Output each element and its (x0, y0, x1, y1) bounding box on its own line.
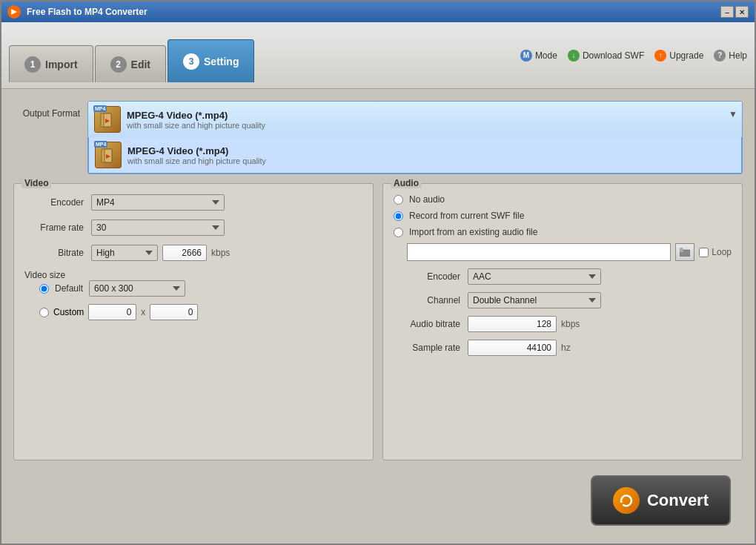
mp4-icon: MP4 (94, 106, 121, 133)
output-format-label: Output Format (13, 101, 80, 119)
format-title: MPEG-4 Video (*.mp4) (127, 110, 265, 121)
default-radio-row: Default 320 x 240 480 x 360 600 x 300 72… (39, 280, 362, 297)
tab-import[interactable]: 1 Import (9, 45, 93, 82)
default-radio[interactable] (39, 284, 49, 294)
audio-channel-label: Channel (394, 295, 460, 305)
download-icon: ↓ (568, 50, 580, 62)
tab-setting-label: Setting (204, 56, 239, 67)
panels-row: Video Encoder MP4 H.264 AVI Frame rate 1… (13, 183, 743, 460)
audio-panel: Audio No audio Record from current SWF f… (382, 183, 743, 460)
no-audio-radio[interactable] (394, 195, 403, 205)
upgrade-label: Upgrade (669, 50, 703, 61)
convert-button[interactable]: Convert (591, 475, 731, 526)
frame-rate-label: Frame rate (24, 222, 84, 233)
upgrade-icon: ↑ (654, 50, 666, 62)
upgrade-button[interactable]: ↑ Upgrade (654, 50, 703, 62)
format-dropdown-item[interactable]: MP4 MPEG-4 Video (*.mp4) with small size… (89, 137, 741, 173)
sample-rate-input[interactable] (468, 340, 557, 356)
custom-radio-label: Custom (53, 307, 84, 317)
custom-height-input[interactable] (150, 304, 198, 320)
title-bar-controls: – ✕ (720, 6, 749, 18)
sample-rate-unit: hz (561, 343, 571, 353)
video-panel: Video Encoder MP4 H.264 AVI Frame rate 1… (13, 183, 374, 460)
format-desc: with small size and high picture quality (127, 121, 265, 130)
sample-rate-controls: hz (468, 340, 571, 356)
audio-bitrate-input[interactable] (468, 316, 557, 332)
sample-rate-row: Sample rate hz (394, 340, 732, 356)
mp4-badge: MP4 (93, 105, 107, 112)
browse-button[interactable] (675, 243, 694, 261)
loop-label: Loop (712, 247, 732, 257)
tab-edit-label: Edit (131, 59, 150, 70)
import-audio-radio[interactable] (394, 228, 403, 237)
mode-label: Mode (535, 50, 557, 61)
help-button[interactable]: ? Help (714, 50, 747, 62)
format-dropdown-list[interactable]: MP4 MPEG-4 Video (*.mp4) with small size… (88, 137, 742, 174)
tab-edit[interactable]: 2 Edit (95, 45, 166, 82)
no-audio-row: No audio (394, 194, 732, 205)
encoder-select[interactable]: MP4 H.264 AVI (91, 194, 225, 211)
tabs-area: 1 Import 2 Edit 3 Setting (9, 27, 256, 84)
import-audio-label: Import from an existing audio file (409, 227, 537, 237)
audio-channel-select[interactable]: Single Channel Double Channel (468, 292, 601, 308)
tab-setting[interactable]: 3 Setting (168, 39, 254, 82)
tab-import-num: 1 (24, 56, 41, 73)
loop-checkbox[interactable] (699, 248, 709, 257)
app-icon (7, 5, 21, 19)
sample-rate-label: Sample rate (394, 343, 460, 353)
mp4-icon-dropdown: MP4 (95, 142, 122, 168)
svg-rect-5 (680, 250, 683, 252)
convert-icon (613, 487, 640, 514)
output-format-dropdown[interactable]: MP4 MPEG-4 Video (*.mp4) with small size… (87, 101, 743, 174)
tab-setting-num: 3 (183, 53, 199, 70)
frame-rate-select[interactable]: 15 24 25 30 60 (91, 219, 225, 236)
format-info: MPEG-4 Video (*.mp4) with small size and… (127, 110, 265, 130)
title-bar: Free Flash to MP4 Converter – ✕ (1, 1, 755, 22)
bitrate-unit-label: kbps (211, 248, 230, 258)
video-size-section: Video size Default 320 x 240 480 x 360 6… (24, 270, 362, 320)
encoder-row: Encoder MP4 H.264 AVI (24, 194, 362, 211)
audio-bitrate-controls: kbps (468, 316, 580, 332)
no-audio-label: No audio (409, 194, 445, 205)
bitrate-quality-select[interactable]: Low Medium High Custom (91, 245, 158, 261)
bitrate-value-input[interactable] (162, 245, 207, 261)
main-window: Free Flash to MP4 Converter – ✕ 1 Import… (0, 0, 756, 545)
audio-encoder-label: Encoder (394, 271, 460, 282)
audio-file-input[interactable] (407, 243, 671, 261)
close-button[interactable]: ✕ (735, 6, 749, 18)
format-selected: MP4 MPEG-4 Video (*.mp4) with small size… (88, 102, 742, 137)
toolbar: 1 Import 2 Edit 3 Setting M Mode ↓ Downl… (1, 22, 755, 89)
minimize-button[interactable]: – (720, 6, 734, 18)
audio-encoder-select[interactable]: AAC MP3 PCM (468, 268, 601, 285)
record-swf-row: Record from current SWF file (394, 211, 732, 221)
download-swf-button[interactable]: ↓ Download SWF (568, 50, 644, 62)
custom-radio[interactable] (39, 308, 49, 317)
convert-label: Convert (647, 491, 709, 510)
help-label: Help (729, 50, 747, 61)
custom-row: Custom x (39, 304, 362, 320)
custom-width-input[interactable] (88, 304, 136, 320)
bitrate-row: Bitrate Low Medium High Custom kbps (24, 245, 362, 261)
title-bar-left: Free Flash to MP4 Converter (7, 5, 147, 19)
toolbar-right: M Mode ↓ Download SWF ↑ Upgrade ? Help (520, 50, 747, 62)
frame-rate-row: Frame rate 15 24 25 30 60 (24, 219, 362, 236)
audio-bitrate-label: Audio bitrate (394, 319, 460, 329)
mp4-badge-dropdown: MP4 (94, 141, 107, 148)
tab-edit-num: 2 (110, 56, 127, 73)
default-size-select[interactable]: 320 x 240 480 x 360 600 x 300 720 x 480 … (89, 280, 185, 297)
bitrate-label: Bitrate (24, 248, 84, 258)
output-format-row: Output Format MP4 MPEG-4 Video ( (13, 101, 743, 174)
window-title: Free Flash to MP4 Converter (27, 7, 147, 17)
audio-panel-title: Audio (391, 178, 422, 188)
content-area: Output Format MP4 MPEG-4 Video ( (1, 89, 755, 544)
mode-button[interactable]: M Mode (520, 50, 557, 62)
record-swf-label: Record from current SWF file (409, 211, 524, 221)
mode-icon: M (520, 50, 532, 62)
audio-encoder-row: Encoder AAC MP3 PCM (394, 268, 732, 285)
record-swf-radio[interactable] (394, 211, 403, 221)
default-radio-label: Default (55, 283, 83, 294)
video-size-title: Video size (24, 270, 65, 280)
loop-check-area: Loop (699, 247, 732, 257)
download-swf-label: Download SWF (583, 50, 644, 61)
encoder-label: Encoder (24, 197, 84, 208)
